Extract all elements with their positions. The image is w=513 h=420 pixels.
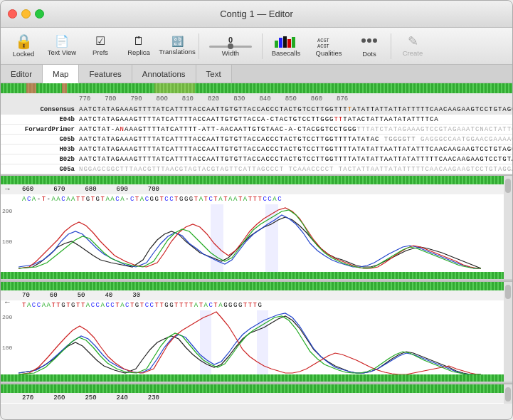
- replica-label: Replica: [127, 48, 150, 56]
- svg-text:ACGT: ACGT: [317, 43, 329, 48]
- translations-icon: 🔡: [171, 36, 184, 46]
- tab-annotations[interactable]: Annotations: [132, 65, 196, 83]
- width-slider-thumb[interactable]: [228, 43, 233, 49]
- H03b-scroll-thumb[interactable]: [505, 387, 511, 401]
- G05a-data: NGGAGCGGCTTTAACGTTTAACGTAGTACGTAGTTCATTA…: [79, 164, 512, 174]
- H03b-seq: T ACC AATT GTGT TACC ACCT ACT GT CCTT GG…: [1, 403, 512, 404]
- title-bar: Contig 1 — Editor: [1, 1, 512, 28]
- minimize-button[interactable]: [21, 9, 31, 19]
- qualities-icon: ACGT ACGT: [317, 35, 340, 48]
- G05b-scrollbar[interactable]: [504, 282, 512, 382]
- width-label: Width: [222, 49, 239, 57]
- G05b-chroma-panel: ← 70 60 50 40 30 T A C C A A T T G T G T…: [1, 280, 512, 383]
- dots-label: Dots: [362, 50, 376, 58]
- G05b-ruler: 70 60 50 40 30: [1, 290, 512, 300]
- fwd-chroma-scroll-thumb[interactable]: [505, 179, 511, 193]
- B02b-data: AATCTATAGAAAGTTTTATCATTTTACCAATTGTGTTACC…: [79, 154, 512, 164]
- content-area: 770 780 790 800 810 820 830 840 850 860 …: [1, 83, 512, 404]
- G05b-svg: [18, 310, 481, 374]
- B02b-row: B02b AATCTATAGAAAGTTTTATCATTTTACCAATTGTG…: [1, 154, 512, 164]
- E04b-label: E04b: [1, 115, 79, 125]
- basecalls-button[interactable]: Basecalls: [265, 30, 307, 63]
- H03b-bar: [1, 384, 512, 393]
- fwd-arrow: →: [4, 184, 11, 193]
- H03b-row: H03b AATCTATAGAAAGTTTTATCATTTTACCAATTGTG…: [1, 145, 512, 154]
- H03b-arrow: ←: [4, 400, 11, 404]
- consensus-data: AATCTATAGAAAGTTTTATCATTTTACCAATTGTGTTACC…: [79, 105, 512, 115]
- tab-map[interactable]: Map: [43, 65, 79, 83]
- G05b-scroll-thumb[interactable]: [505, 285, 511, 299]
- G05a-row: G05a NGGAGCGGCTTTAACGTTTAACGTAGTACGTAGTT…: [1, 164, 512, 174]
- replica-icon: 🗒: [133, 36, 144, 47]
- G05a-label: G05a: [1, 164, 79, 174]
- B02b-label: B02b: [1, 154, 79, 164]
- create-icon: ✎: [408, 35, 418, 48]
- basecalls-label: Basecalls: [272, 49, 301, 57]
- fwd-chroma-graph: 200 100: [1, 204, 512, 272]
- text-view-button[interactable]: 📄 Text View: [43, 30, 80, 63]
- G05b-bottom-bar: [1, 374, 512, 382]
- tab-editor[interactable]: Editor: [1, 65, 43, 83]
- fwd-chroma-seq: A C A - T - A A C A A T T G T G T A A C …: [1, 194, 512, 204]
- dots-button[interactable]: Dots: [351, 30, 388, 63]
- H03b-label: H03b: [1, 145, 79, 154]
- E04b-row: E04b AATCTATAGAAAGTTTTATCATTTTACCAATTGTG…: [1, 115, 512, 125]
- toolbar-divider-2: [262, 33, 263, 59]
- text-view-icon: 📄: [55, 36, 69, 47]
- width-control[interactable]: 0 Width: [202, 30, 259, 63]
- replica-button[interactable]: 🗒 Replica: [120, 30, 157, 63]
- G05b-row: G05b AATCTATAGAAAGTTTTATCATTTTACCAATTGTG…: [1, 135, 512, 145]
- toolbar-divider-1: [199, 33, 199, 59]
- maximize-button[interactable]: [35, 9, 44, 19]
- svg-rect-0: [275, 41, 278, 48]
- svg-text:ACGT: ACGT: [317, 38, 329, 43]
- close-button[interactable]: [8, 9, 17, 19]
- fwd-chroma-bar: [1, 176, 512, 184]
- svg-rect-1: [279, 38, 282, 48]
- H03b-data: AATCTATAGAAAGTTTTATCATTTTACCAATTGTGTTACC…: [79, 145, 512, 154]
- prefs-button[interactable]: ☑ Prefs: [82, 30, 119, 63]
- translations-button[interactable]: 🔡 Translations: [159, 30, 196, 63]
- overview-highlight: [154, 83, 196, 93]
- fwd-chroma-svg: [18, 204, 481, 272]
- svg-rect-3: [287, 39, 291, 48]
- text-view-label: Text View: [48, 48, 76, 56]
- width-slider[interactable]: [209, 46, 252, 48]
- svg-point-8: [367, 38, 371, 43]
- toolbar-divider-3: [391, 33, 391, 59]
- traffic-lights[interactable]: [8, 9, 44, 19]
- ruler-numbers: 770 780 790 800 810 820 830 840 850 860 …: [1, 93, 512, 105]
- G05b-data: AATCTATAGAAAGTTTTATCATTTTACCAATTGTGTTACC…: [79, 135, 512, 145]
- tab-features[interactable]: Features: [79, 65, 132, 83]
- toolbar: 🔒 Locked 📄 Text View ☑ Prefs 🗒 Replica 🔡…: [1, 28, 512, 65]
- H03b-scrollbar[interactable]: [504, 384, 512, 404]
- dots-icon: [361, 34, 378, 47]
- qualities-label: Qualities: [316, 49, 342, 57]
- fwd-primer-row: ForwardPrimer AATCTAT-ANAAAGTTTTATCATTTT…: [1, 125, 512, 135]
- H03b-ruler: 270 260 250 240 230: [1, 393, 512, 403]
- consensus-row: Consensus AATCTATAGAAAGTTTTATCATTTTACCAA…: [1, 105, 512, 115]
- overview-green: [1, 83, 512, 93]
- fwd-chroma-ruler: 660 670 680 690 700: [1, 184, 512, 194]
- H03b-chroma-panel: ← 270 260 250 240 230 T ACC AATT GTGT TA…: [1, 383, 512, 404]
- window-title: Contig 1 — Editor: [220, 9, 293, 19]
- fwd-primer-chroma-panel: → 660 670 680 690 700 A C A - T - A A C …: [1, 174, 512, 280]
- G05b-arrow: ←: [4, 298, 11, 306]
- consensus-label: Consensus: [1, 105, 79, 115]
- locked-label: Locked: [13, 50, 35, 58]
- G05b-graph: 200 100: [1, 310, 512, 374]
- prefs-icon: ☑: [95, 36, 105, 47]
- fwd-chroma-scrollbar[interactable]: [504, 176, 512, 279]
- basecalls-icon: [275, 35, 297, 48]
- qualities-button[interactable]: ACGT ACGT Qualities: [308, 30, 349, 63]
- fwd-primer-data: AATCTAT-ANAAAGTTTTATCATTTT-ATT-AACAATTGT…: [79, 125, 512, 135]
- create-button[interactable]: ✎ Create: [394, 30, 431, 63]
- G05b-bar: [1, 282, 512, 290]
- svg-point-9: [373, 38, 377, 43]
- prefs-label: Prefs: [92, 48, 108, 56]
- G05b-seq: T A C C A A T T G T G T T A C C A C C T …: [1, 300, 512, 310]
- locked-button[interactable]: 🔒 Locked: [5, 30, 42, 63]
- overview-bar: [1, 83, 512, 93]
- sequence-rows: Consensus AATCTATAGAAAGTTTTATCATTTTACCAA…: [1, 105, 512, 174]
- tab-text[interactable]: Text: [196, 65, 232, 83]
